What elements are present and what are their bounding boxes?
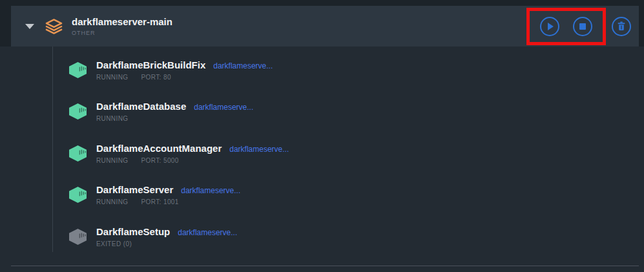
status-badge: RUNNING <box>96 115 128 122</box>
bottom-separator <box>11 266 639 266</box>
port-label: PORT: 80 <box>141 74 171 81</box>
container-row: DarkflameServer darkflameserve... RUNNIN… <box>0 174 644 216</box>
stack-subtitle: OTHER <box>72 30 526 36</box>
stop-icon <box>579 23 586 30</box>
container-cube-icon <box>68 145 88 162</box>
container-cube-icon <box>68 186 88 204</box>
container-name: DarkflameDatabase <box>96 101 186 112</box>
image-link[interactable]: darkflameserve... <box>213 61 273 70</box>
stack-actions <box>526 8 631 45</box>
container-list: DarkflameBrickBuildFix darkflameserve...… <box>0 49 644 258</box>
port-label: PORT: 5000 <box>141 157 178 164</box>
port-label: PORT: 1001 <box>141 198 178 205</box>
container-cube-icon <box>68 228 88 246</box>
image-link[interactable]: darkflameserve... <box>178 228 237 237</box>
container-row: DarkflameAccountManager darkflameserve..… <box>0 132 644 174</box>
container-cube-icon <box>68 103 88 120</box>
status-badge: RUNNING <box>96 157 128 164</box>
status-badge: EXITED (0) <box>96 240 132 247</box>
annotation-highlight-rectangle <box>526 8 606 45</box>
delete-button[interactable] <box>612 17 631 36</box>
stack-header: darkflameserver-main OTHER <box>11 6 639 47</box>
start-button[interactable] <box>540 17 559 36</box>
status-badge: RUNNING <box>96 74 128 81</box>
trash-icon <box>617 21 626 31</box>
container-name: DarkflameAccountManager <box>96 143 222 154</box>
image-link[interactable]: darkflameserve... <box>229 145 289 154</box>
container-name: DarkflameBrickBuildFix <box>96 59 205 71</box>
container-row: DarkflameBrickBuildFix darkflameserve...… <box>0 49 644 91</box>
stop-button[interactable] <box>573 17 592 36</box>
stack-layers-icon <box>45 18 63 35</box>
stack-title: darkflameserver-main <box>72 16 526 28</box>
image-link[interactable]: darkflameserve... <box>181 186 240 195</box>
container-name: DarkflameSetup <box>96 226 170 238</box>
play-icon <box>548 23 554 30</box>
image-link[interactable]: darkflameserve... <box>194 103 253 112</box>
collapse-chevron-icon[interactable] <box>25 24 34 29</box>
container-row: DarkflameDatabase darkflameserve... RUNN… <box>0 91 644 133</box>
container-name: DarkflameServer <box>96 184 173 196</box>
status-badge: RUNNING <box>96 198 128 205</box>
container-row: DarkflameSetup darkflameserve... EXITED … <box>0 216 644 258</box>
container-cube-icon <box>68 61 88 79</box>
